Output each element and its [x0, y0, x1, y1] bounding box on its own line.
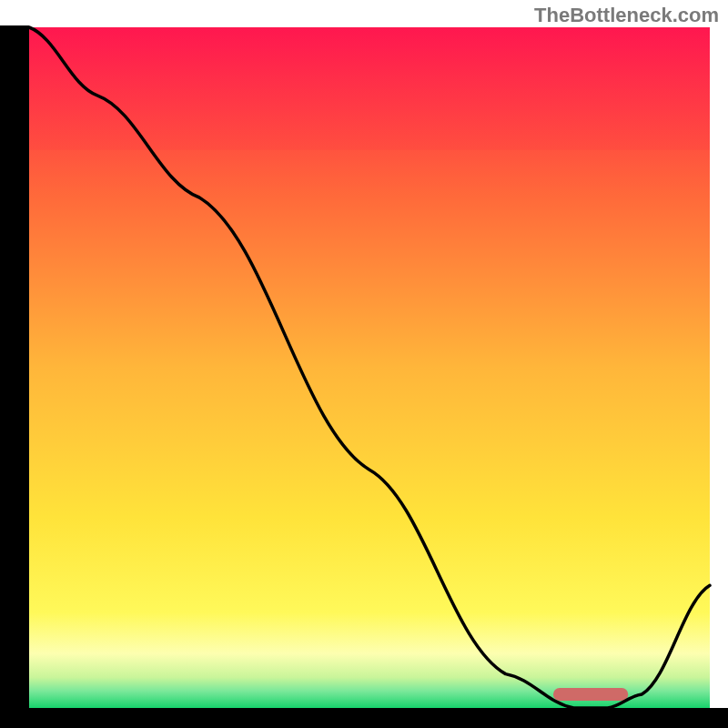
optimal-marker [553, 688, 628, 701]
bottleneck-chart [0, 0, 728, 728]
y-axis-bar [0, 25, 29, 728]
x-axis-bar [0, 708, 728, 728]
chart-container: TheBottleneck.com [0, 0, 728, 728]
plot-background-top [29, 27, 710, 150]
attribution-label: TheBottleneck.com [534, 4, 719, 27]
